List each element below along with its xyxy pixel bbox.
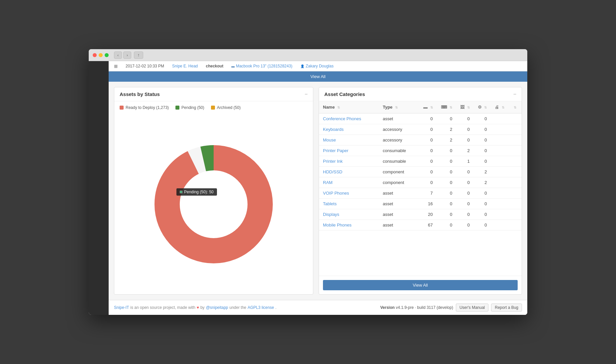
table-footer: View All	[319, 276, 522, 294]
back-button[interactable]: ‹	[114, 51, 122, 59]
cell-name: HDD/SSD	[319, 167, 379, 177]
cell-c3: 0	[456, 177, 474, 188]
activity-target-link[interactable]: 👤 Zakary Douglas	[300, 64, 334, 68]
cell-c1: 7	[419, 188, 437, 199]
donut-svg	[147, 138, 280, 271]
asset-name-link[interactable]: Conference Phones	[323, 116, 361, 121]
cell-c1: 0	[419, 177, 437, 188]
legend-item-ready: Ready to Deploy (1,273)	[120, 105, 169, 110]
cell-type: component	[379, 167, 419, 177]
upload-button[interactable]: ↑	[134, 51, 143, 59]
cell-c2: 0	[437, 188, 457, 199]
th-col4[interactable]: ⌨ ⇅	[437, 101, 457, 113]
asset-name-link[interactable]: VOIP Phones	[323, 191, 349, 196]
asset-name-link[interactable]: Keyboards	[323, 127, 344, 132]
cell-c6	[508, 156, 522, 167]
main-content: ▦ 2017-12-02 10:33 PM Snipe E. Head chec…	[109, 61, 527, 315]
footer-left: Snipe-IT is an open source project, made…	[114, 305, 276, 310]
chart-panel: Assets by Status − Ready to Deploy (1,27…	[114, 87, 313, 295]
th-name[interactable]: Name ⇅	[319, 101, 379, 113]
cell-type: asset	[379, 220, 419, 230]
cell-type: consumable	[379, 145, 419, 156]
cell-c5	[491, 145, 508, 156]
cell-c1: 0	[419, 135, 437, 145]
footer-text-middle: is an open source project, made with	[130, 305, 195, 310]
activity-icon: ▦	[114, 64, 118, 68]
activity-target: Zakary Douglas	[306, 64, 334, 68]
cell-c2: 0	[437, 177, 457, 188]
cell-name: Conference Phones	[319, 113, 379, 124]
th-col8[interactable]: ⇅	[508, 101, 522, 113]
cell-c4: 2	[474, 167, 491, 177]
bug-button[interactable]: Report a Bug	[491, 304, 522, 312]
cell-c3: 2	[456, 145, 474, 156]
cell-c4: 0	[474, 199, 491, 209]
footer-right: Version v4.1.9-pre · build 3117 (develop…	[380, 304, 522, 312]
agpl-link[interactable]: AGPL3 license	[248, 305, 274, 310]
cell-c1: 0	[419, 156, 437, 167]
th-col7[interactable]: 🖨 ⇅	[491, 101, 508, 113]
cell-c4: 2	[474, 177, 491, 188]
minimize-button[interactable]	[99, 53, 103, 57]
asset-name-link[interactable]: Printer Ink	[323, 159, 343, 164]
legend-item-archived: Archived (50)	[211, 105, 241, 110]
asset-name-link[interactable]: Printer Paper	[323, 148, 349, 153]
asset-name-link[interactable]: HDD/SSD	[323, 169, 343, 174]
close-button[interactable]	[93, 53, 97, 57]
maximize-button[interactable]	[105, 53, 109, 57]
cell-c3: 0	[456, 220, 474, 230]
cell-c5	[491, 124, 508, 135]
footer-by: by	[200, 305, 205, 310]
asset-name-link[interactable]: RAM	[323, 180, 333, 185]
cell-c4: 0	[474, 135, 491, 145]
activity-user-link[interactable]: Snipe E. Head	[172, 64, 198, 68]
cell-type: asset	[379, 188, 419, 199]
th-col3[interactable]: ▬ ⇅	[419, 101, 437, 113]
activity-asset-link[interactable]: ▬ Macbook Pro 13" (1281528243)	[231, 64, 292, 68]
cell-c5	[491, 220, 508, 230]
cell-type: accessory	[379, 135, 419, 145]
table-row: HDD/SSD component 0 0 0 2	[319, 167, 522, 177]
cell-c3: 1	[456, 156, 474, 167]
cell-c4: 0	[474, 209, 491, 220]
asset-name-link[interactable]: Tablets	[323, 201, 337, 206]
legend-label-pending: Pending (50)	[181, 105, 204, 110]
forward-button[interactable]: ›	[123, 51, 131, 59]
chart-panel-title: Assets by Status	[120, 91, 160, 97]
cell-type: asset	[379, 209, 419, 220]
asset-name-link[interactable]: Mobile Phones	[323, 223, 352, 228]
cell-c3: 0	[456, 209, 474, 220]
cell-c6	[508, 145, 522, 156]
activity-icon-item: ▦	[114, 64, 118, 68]
th-col6[interactable]: ⚙ ⇅	[474, 101, 491, 113]
table-panel-title: Asset Categories	[324, 91, 365, 97]
snipeit-link[interactable]: Snipe-IT	[114, 305, 129, 310]
asset-name-link[interactable]: Mouse	[323, 137, 336, 142]
table-view-all-button[interactable]: View All	[323, 280, 518, 290]
cell-c4: 0	[474, 220, 491, 230]
sort-icon-col5: ⇅	[467, 106, 470, 109]
svg-point-4	[180, 171, 247, 237]
activity-bar: ▦ 2017-12-02 10:33 PM Snipe E. Head chec…	[109, 61, 527, 71]
cell-c3: 0	[456, 113, 474, 124]
table-row: Mobile Phones asset 67 0 0 0	[319, 220, 522, 230]
snipeitapp-link[interactable]: @snipeitapp	[206, 305, 228, 310]
cell-c6	[508, 124, 522, 135]
chart-legend: Ready to Deploy (1,273) Pending (50) Arc…	[114, 101, 313, 114]
components-icon: ⚙	[478, 105, 482, 110]
cell-c2: 2	[437, 124, 457, 135]
table-panel-header: Asset Categories −	[319, 87, 522, 101]
cell-c6	[508, 113, 522, 124]
th-col5[interactable]: 🖼 ⇅	[456, 101, 474, 113]
cell-name: Mouse	[319, 135, 379, 145]
th-type[interactable]: Type ⇅	[379, 101, 419, 113]
view-all-bar[interactable]: View All	[109, 71, 527, 82]
chart-minimize-button[interactable]: −	[305, 92, 308, 97]
asset-name-link[interactable]: Displays	[323, 212, 339, 217]
manual-button[interactable]: User's Manual	[456, 304, 488, 312]
view-all-link[interactable]: View All	[114, 74, 522, 79]
table-minimize-button[interactable]: −	[513, 92, 516, 97]
cell-c3: 0	[456, 167, 474, 177]
cell-c2: 0	[437, 113, 457, 124]
cell-type: consumable	[379, 156, 419, 167]
